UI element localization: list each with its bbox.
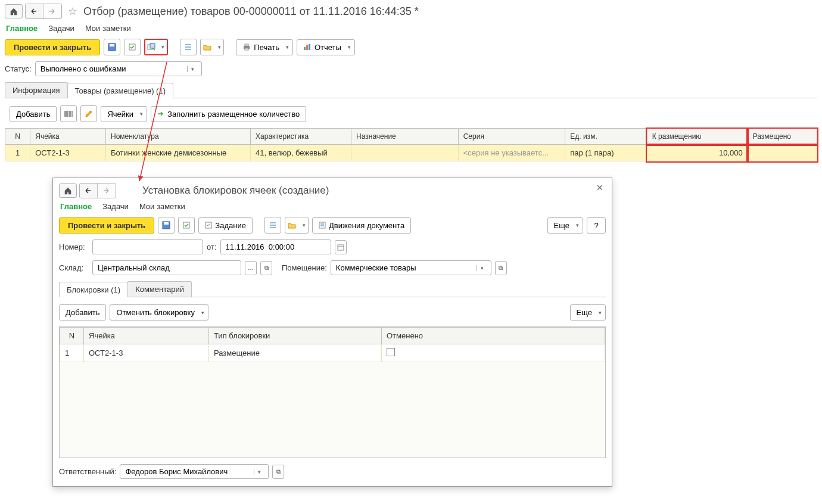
col-n[interactable]: N [5,129,30,145]
arrow-right-icon [157,110,164,117]
fill-label: Заполнить размещенное количество [167,110,300,119]
col-toplace[interactable]: К размещению [647,129,748,145]
post-icon[interactable] [124,39,141,55]
svg-rect-12 [306,45,308,50]
chart-icon [303,43,312,51]
back-button[interactable] [26,4,43,18]
list-icon[interactable] [180,39,197,55]
page-title: Отбор (размещение) товаров 00-00000011 о… [83,5,419,18]
print-button[interactable]: Печать [236,39,293,55]
svg-rect-1 [110,44,114,46]
col-nomen[interactable]: Номенклатура [106,129,251,145]
status-input[interactable] [39,64,187,74]
col-char[interactable]: Характеристика [251,129,351,145]
goods-table: N Ячейка Номенклатура Характеристика Наз… [5,128,817,161]
print-label: Печать [254,43,279,52]
nav-main[interactable]: Главное [6,23,38,34]
col-purpose[interactable]: Назначение [351,129,459,145]
save-icon[interactable] [104,39,120,55]
home-button[interactable] [5,4,23,18]
edit-icon[interactable] [80,105,97,122]
create-based-on-button[interactable] [144,39,168,55]
printer-icon [242,43,251,51]
status-label: Статус: [5,64,32,73]
nav-notes[interactable]: Мои заметки [85,23,131,34]
reports-label: Отчеты [315,43,341,52]
col-placed[interactable]: Размещено [748,129,817,145]
svg-rect-10 [245,48,248,50]
col-series[interactable]: Серия [458,129,565,145]
col-cell[interactable]: Ячейка [30,129,106,145]
status-drop-icon[interactable]: ▾ [187,66,198,72]
add-button[interactable]: Добавить [10,106,57,122]
forward-button[interactable] [43,4,61,18]
svg-rect-9 [245,44,248,46]
submit-close-button[interactable]: Провести и закрыть [5,39,100,55]
svg-rect-4 [150,43,155,48]
svg-rect-11 [304,47,306,50]
nav-tasks[interactable]: Задачи [48,23,74,34]
favorite-star-icon[interactable]: ☆ [68,5,77,18]
tab-goods[interactable]: Товары (размещение) (1) [67,83,173,98]
table-row[interactable]: 1 ОСТ2-1-3 Ботинки женские демисезонные … [5,145,817,161]
fill-placed-button[interactable]: Заполнить размещенное количество [151,106,306,122]
cells-button[interactable]: Ячейки [101,106,147,122]
barcode-icon[interactable] [60,105,77,122]
svg-rect-13 [309,44,310,50]
col-unit[interactable]: Ед. изм. [565,129,647,145]
folder-drop-icon[interactable] [200,39,224,55]
tab-info[interactable]: Информация [5,82,68,98]
reports-button[interactable]: Отчеты [297,39,355,55]
